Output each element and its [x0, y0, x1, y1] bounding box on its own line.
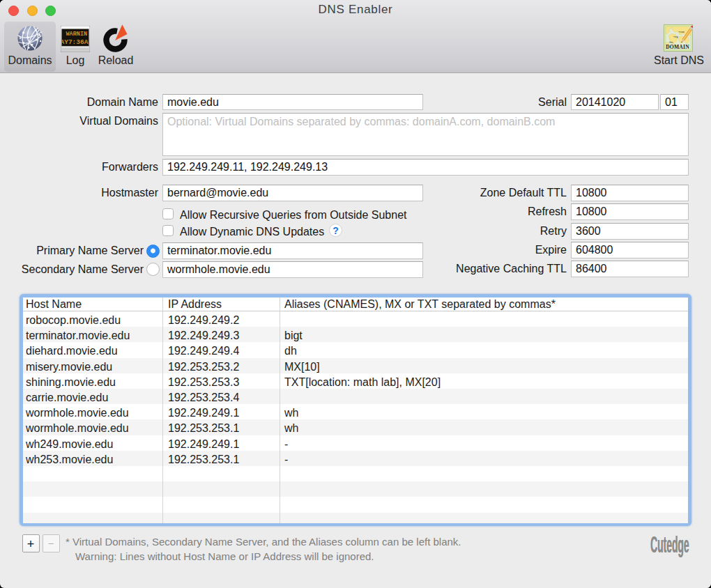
svg-text:DOMAIN: DOMAIN: [666, 44, 689, 50]
svg-text:WARNIN: WARNIN: [66, 31, 88, 38]
svg-text:•com: •com: [679, 30, 685, 33]
svg-text:•org: •org: [673, 35, 678, 38]
svg-text:AY7:36A: AY7:36A: [61, 38, 89, 46]
